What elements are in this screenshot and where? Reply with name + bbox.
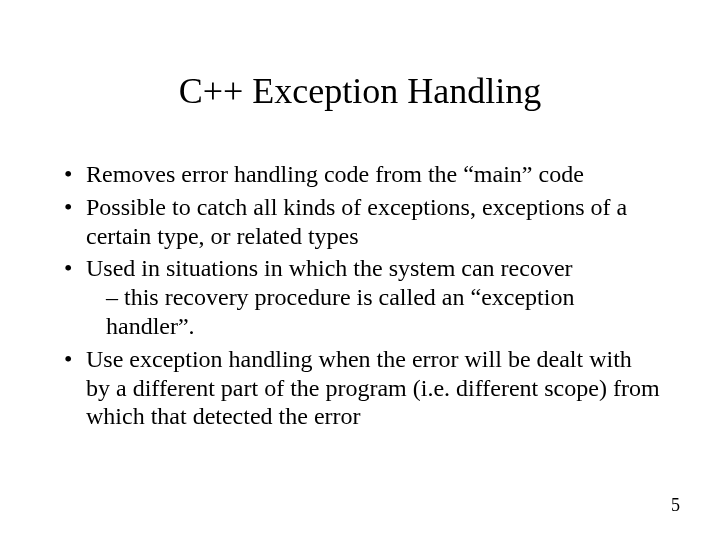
bullet-text: Possible to catch all kinds of exception… xyxy=(86,194,627,249)
bullet-text: Use exception handling when the error wi… xyxy=(86,346,660,430)
list-item: Removes error handling code from the “ma… xyxy=(86,160,660,189)
list-item: Possible to catch all kinds of exception… xyxy=(86,193,660,251)
slide-title: C++ Exception Handling xyxy=(60,70,660,112)
slide: C++ Exception Handling Removes error han… xyxy=(0,0,720,540)
page-number: 5 xyxy=(671,495,680,516)
bullet-text: Used in situations in which the system c… xyxy=(86,255,573,281)
list-item: Use exception handling when the error wi… xyxy=(86,345,660,431)
bullet-text: Removes error handling code from the “ma… xyxy=(86,161,584,187)
bullet-list: Removes error handling code from the “ma… xyxy=(60,160,660,431)
bullet-subtext: – this recovery procedure is called an “… xyxy=(86,283,660,341)
list-item: Used in situations in which the system c… xyxy=(86,254,660,340)
